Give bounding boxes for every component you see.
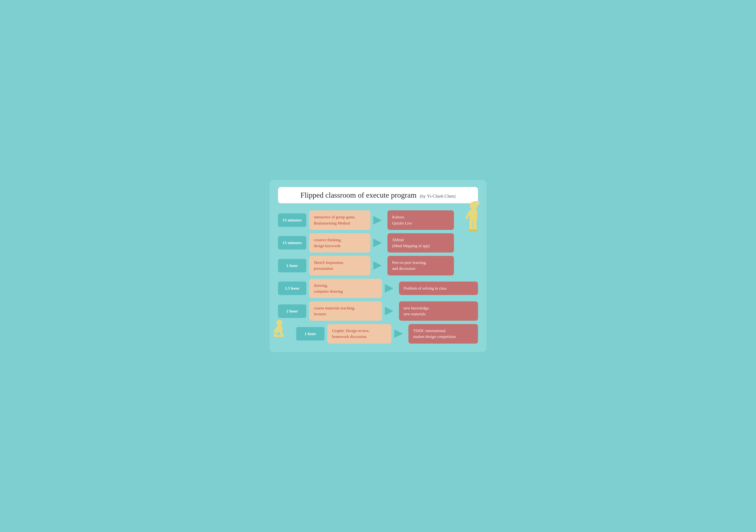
result-box-5: TISDC international student design compe… xyxy=(408,324,478,343)
title-main: Flipped classroom of execute program xyxy=(300,191,417,199)
time-badge-2: 1 hour xyxy=(278,259,306,272)
activity-box-5: Graphic Design review, homework discussi… xyxy=(327,324,392,343)
row-3: 1.5 hourdrawing, computer drawingProblem… xyxy=(278,279,478,298)
figure-standing xyxy=(463,201,481,237)
svg-rect-6 xyxy=(473,220,476,231)
activity-box-2: Sketch Inspiration, presentation xyxy=(309,256,370,275)
time-badge-3: 1.5 hour xyxy=(278,281,306,295)
main-card: Flipped classroom of execute program (by… xyxy=(270,180,486,352)
result-box-4: new knowledge, new materials xyxy=(399,301,478,321)
title-sub: (by Yi-Chieh Chen) xyxy=(420,194,456,199)
activity-box-3: drawing, computer drawing xyxy=(309,279,382,298)
svg-point-7 xyxy=(469,229,473,232)
arrow-1 xyxy=(373,239,385,247)
arrow-3 xyxy=(385,284,396,293)
arrow-2 xyxy=(373,261,385,270)
arrow-0 xyxy=(373,216,385,225)
svg-rect-4 xyxy=(469,210,477,221)
row-5: 1 hourGraphic Design review, homework di… xyxy=(278,324,478,343)
result-box-1: XMind (Mind Mapping of app) xyxy=(388,233,454,253)
result-box-2: Peer-to-peer learning, and discussion xyxy=(388,256,454,275)
activity-box-4: course materials teaching, lectures xyxy=(309,301,382,321)
svg-point-8 xyxy=(472,229,477,232)
figure-sitting xyxy=(273,320,286,340)
time-badge-5: 1 hour xyxy=(296,327,324,340)
row-4: 2 hourcourse materials teaching, lecture… xyxy=(278,301,478,321)
title-box: Flipped classroom of execute program (by… xyxy=(278,187,478,203)
arrow-5 xyxy=(394,330,406,338)
row-2: 1 hourSketch Inspiration, presentationPe… xyxy=(278,256,478,275)
time-badge-0: 15 minutes xyxy=(278,213,306,227)
row-1: 15 minutescreative thinking, design keyw… xyxy=(278,233,478,253)
time-badge-1: 15 minutes xyxy=(278,236,306,250)
result-box-0: Kahoot, Quizlet Live xyxy=(388,210,454,230)
activity-box-0: interactive of group game, Brainstorming… xyxy=(309,210,370,230)
result-box-3: Problem of solving in class xyxy=(399,281,478,295)
row-0: 15 minutesinteractive of group game, Bra… xyxy=(278,210,478,230)
svg-line-9 xyxy=(466,212,469,218)
rows-container: 15 minutesinteractive of group game, Bra… xyxy=(278,210,478,343)
arrow-4 xyxy=(385,307,396,315)
svg-rect-5 xyxy=(469,220,472,231)
activity-box-1: creative thinking, design keywords xyxy=(309,233,370,253)
time-badge-4: 2 hour xyxy=(278,305,306,318)
svg-point-10 xyxy=(277,320,282,326)
